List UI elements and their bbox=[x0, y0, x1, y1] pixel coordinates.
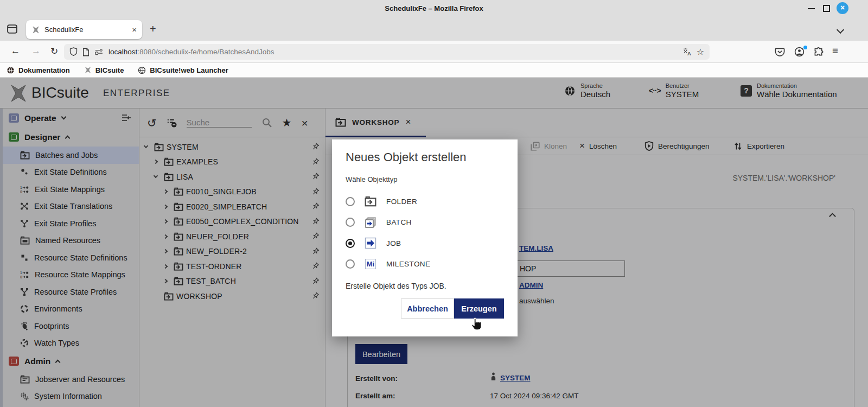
radio-batch[interactable] bbox=[346, 218, 355, 227]
bicsuite-bookmark-icon bbox=[84, 66, 92, 74]
url-host: localhost bbox=[108, 48, 137, 56]
window-title: SchedulixFe – Mozilla Firefox bbox=[0, 4, 868, 12]
cancel-button[interactable]: Abbrechen bbox=[401, 298, 454, 319]
dialog-hint: Erstelle Objekt des Typs JOB. bbox=[346, 282, 504, 290]
reload-button[interactable]: ↻ bbox=[50, 46, 58, 57]
mouse-cursor-hand bbox=[470, 315, 486, 331]
tab-title: SchedulixFe bbox=[44, 26, 127, 34]
tab-list-chevron-icon[interactable] bbox=[837, 26, 844, 34]
forward-button[interactable]: → bbox=[31, 46, 41, 56]
bookmark-label: BICsuite bbox=[95, 66, 124, 74]
bookmark-dokumentation[interactable]: Dokumentation bbox=[7, 66, 70, 74]
pocket-icon[interactable] bbox=[775, 47, 785, 57]
radio-job[interactable] bbox=[346, 239, 355, 248]
option-label: JOB bbox=[386, 239, 401, 247]
job-icon bbox=[364, 237, 377, 249]
window-maximize-button[interactable] bbox=[823, 5, 830, 12]
bookmark-star-icon[interactable]: ☆ bbox=[697, 47, 704, 57]
option-label: MILESTONE bbox=[386, 260, 430, 268]
option-label: FOLDER bbox=[386, 198, 417, 206]
radio-folder[interactable] bbox=[346, 197, 355, 206]
option-milestone[interactable]: Mi MILESTONE bbox=[346, 254, 504, 275]
url-path: :8080/schedulix-fe/home/BatchesAndJobs bbox=[137, 48, 274, 56]
window-close-button[interactable]: × bbox=[837, 2, 848, 14]
bookmark-label: BICsuite!web Launcher bbox=[150, 66, 228, 74]
window-minimize-button[interactable] bbox=[808, 8, 815, 9]
tab-favicon bbox=[31, 26, 40, 34]
option-folder[interactable]: FOLDER bbox=[346, 191, 504, 212]
bookmark-label: Dokumentation bbox=[18, 66, 70, 74]
back-button[interactable]: ← bbox=[11, 46, 20, 56]
option-label: BATCH bbox=[386, 218, 412, 226]
page-icon[interactable] bbox=[82, 48, 90, 56]
bookmark-bicsuite-launcher[interactable]: BICsuite!web Launcher bbox=[138, 66, 228, 74]
translate-icon[interactable] bbox=[682, 47, 692, 56]
url-bar[interactable]: localhost:8080/schedulix-fe/home/Batches… bbox=[64, 44, 710, 60]
extensions-puzzle-icon[interactable] bbox=[814, 47, 824, 57]
dokumentation-bookmark-icon bbox=[7, 66, 15, 74]
create-object-dialog: Neues Objekt erstellen Wähle Objekttyp F… bbox=[332, 139, 518, 336]
url-text[interactable]: localhost:8080/schedulix-fe/home/Batches… bbox=[108, 48, 678, 56]
screen: SchedulixFe – Mozilla Firefox × Scheduli… bbox=[0, 0, 868, 407]
permissions-icon[interactable] bbox=[94, 49, 104, 55]
object-type-options: FOLDER BATCH JOB Mi MILESTONE bbox=[346, 191, 504, 275]
folder-icon bbox=[364, 196, 377, 207]
dialog-title: Neues Objekt erstellen bbox=[346, 150, 504, 164]
dialog-subtitle: Wähle Objekttyp bbox=[346, 175, 504, 183]
browser-titlebar: SchedulixFe – Mozilla Firefox × Scheduli… bbox=[0, 0, 868, 41]
globe-icon bbox=[138, 66, 146, 74]
firefox-view-icon[interactable] bbox=[7, 23, 18, 35]
browser-navbar: ← → ↻ localhost:8080/schedulix-fe/home/B… bbox=[0, 41, 868, 63]
option-batch[interactable]: BATCH bbox=[346, 212, 504, 233]
option-job[interactable]: JOB bbox=[346, 233, 504, 254]
tab-close-icon[interactable]: × bbox=[132, 25, 137, 34]
account-icon[interactable] bbox=[794, 47, 805, 57]
account-notification-dot bbox=[803, 46, 807, 49]
menu-hamburger-icon[interactable]: ≡ bbox=[832, 45, 838, 57]
bookmark-bicsuite[interactable]: BICsuite bbox=[84, 66, 124, 74]
shield-icon[interactable] bbox=[69, 47, 78, 56]
radio-milestone[interactable] bbox=[346, 259, 355, 269]
new-tab-button[interactable]: + bbox=[150, 23, 156, 35]
milestone-icon: Mi bbox=[364, 259, 377, 269]
browser-tab[interactable]: SchedulixFe × bbox=[26, 20, 142, 39]
bookmarks-bar: Dokumentation BICsuite BICsuite!web Laun… bbox=[0, 63, 868, 78]
batch-icon bbox=[364, 217, 377, 228]
